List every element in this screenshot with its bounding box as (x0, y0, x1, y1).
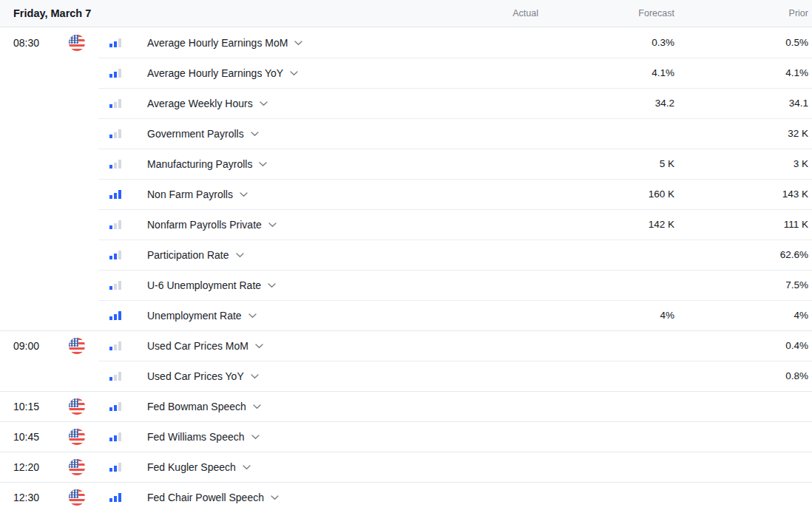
importance-bars-icon (109, 160, 121, 169)
importance-bars-icon (109, 372, 121, 381)
chevron-down-icon[interactable] (251, 435, 260, 440)
chevron-down-icon[interactable] (251, 374, 259, 379)
event-row[interactable]: Government Payrolls 32 K (0, 118, 812, 149)
us-flag-icon (69, 35, 85, 51)
event-row[interactable]: 12:20 Fed Kugler Speech (0, 452, 812, 482)
event-row[interactable]: 10:45 Fed Williams Speech (0, 421, 812, 452)
event-row[interactable]: Average Weekly Hours 34.2 34.1 (0, 88, 812, 118)
forecast-value: 160 K (538, 188, 674, 200)
prior-value: 111 K (674, 219, 812, 230)
event-name: Fed Bowman Speech (147, 401, 246, 412)
event-time: 09:00 (0, 340, 61, 352)
event-time: 10:15 (0, 401, 61, 412)
economic-calendar: Friday, March 7 Actual Forecast Prior 08… (0, 0, 812, 513)
chevron-down-icon[interactable] (260, 101, 268, 106)
prior-value: 0.5% (674, 37, 812, 48)
importance-bars-icon (109, 311, 121, 320)
prior-value: 34.1 (674, 98, 812, 109)
importance-bars-icon (109, 251, 121, 259)
event-row[interactable]: Unemployment Rate 4% 4% (0, 300, 812, 330)
importance-bars-icon (109, 432, 121, 441)
event-row[interactable]: U-6 Unemployment Rate 7.5% (0, 270, 812, 300)
forecast-value: 5 K (538, 158, 674, 169)
event-name: Average Hourly Earnings MoM (147, 37, 288, 49)
event-name: Manufacturing Payrolls (147, 158, 252, 170)
event-time: 10:45 (0, 431, 61, 443)
importance-bars-icon (109, 463, 121, 472)
prior-value: 4% (674, 310, 812, 321)
us-flag-icon (69, 429, 85, 445)
forecast-value: 4% (538, 310, 674, 321)
event-row[interactable]: Non Farm Payrolls 160 K 143 K (0, 179, 812, 209)
prior-value: 3 K (674, 158, 812, 169)
importance-bars-icon (109, 38, 121, 47)
column-header-forecast: Forecast (538, 8, 674, 18)
calendar-day-header: Friday, March 7 Actual Forecast Prior (0, 0, 812, 27)
chevron-down-icon[interactable] (248, 313, 257, 319)
chevron-down-icon[interactable] (271, 495, 279, 500)
chevron-down-icon[interactable] (255, 344, 263, 349)
date-label: Friday, March 7 (13, 7, 91, 19)
importance-bars-icon (109, 281, 121, 290)
event-name: Participation Rate (147, 249, 229, 261)
event-row[interactable]: 09:00 Used Car Prices MoM 0.4% (0, 330, 812, 361)
importance-bars-icon (109, 129, 121, 138)
chevron-down-icon[interactable] (259, 162, 267, 167)
forecast-value: 34.2 (538, 98, 674, 109)
prior-value: 0.4% (674, 340, 812, 351)
event-name: Non Farm Payrolls (147, 188, 233, 200)
chevron-down-icon[interactable] (268, 283, 276, 288)
chevron-down-icon[interactable] (290, 71, 298, 76)
prior-value: 32 K (674, 128, 812, 139)
importance-bars-icon (109, 493, 121, 502)
importance-bars-icon (109, 69, 121, 78)
event-name: Used Car Prices MoM (147, 340, 248, 352)
chevron-down-icon[interactable] (240, 192, 248, 197)
event-name: Unemployment Rate (147, 310, 242, 322)
event-name: Average Hourly Earnings YoY (147, 67, 283, 79)
event-row[interactable]: 08:30 Average Hourly Earnings MoM 0.3% 0… (0, 27, 812, 58)
event-name: Fed Kugler Speech (147, 461, 236, 473)
event-time: 12:30 (0, 492, 61, 503)
us-flag-icon (69, 489, 85, 506)
chevron-down-icon[interactable] (268, 222, 277, 228)
event-name: Fed Williams Speech (147, 431, 245, 443)
column-header-prior: Prior (674, 8, 812, 18)
column-header-actual: Actual (464, 8, 538, 18)
importance-bars-icon (109, 402, 121, 411)
event-name: U-6 Unemployment Rate (147, 279, 261, 291)
event-name: Average Weekly Hours (147, 98, 253, 109)
importance-bars-icon (109, 99, 121, 108)
importance-bars-icon (109, 342, 121, 350)
event-time: 08:30 (0, 37, 61, 49)
us-flag-icon (69, 338, 85, 354)
importance-bars-icon (109, 220, 121, 229)
event-row[interactable]: 10:15 Fed Bowman Speech (0, 391, 812, 421)
chevron-down-icon[interactable] (243, 465, 251, 470)
prior-value: 143 K (674, 188, 812, 200)
event-name: Fed Chair Powell Speech (147, 492, 264, 503)
forecast-value: 142 K (538, 219, 674, 230)
us-flag-icon (69, 459, 85, 475)
chevron-down-icon[interactable] (251, 132, 259, 137)
forecast-value: 0.3% (538, 37, 674, 48)
prior-value: 4.1% (674, 67, 812, 78)
event-name: Government Payrolls (147, 128, 244, 140)
prior-value: 7.5% (674, 279, 812, 291)
event-row[interactable]: Used Car Prices YoY 0.8% (0, 361, 812, 391)
event-row[interactable]: 12:30 Fed Chair Powell Speech (0, 482, 812, 512)
event-name: Nonfarm Payrolls Private (147, 219, 262, 231)
event-row[interactable]: Average Hourly Earnings YoY 4.1% 4.1% (0, 58, 812, 88)
event-row[interactable]: Participation Rate 62.6% (0, 239, 812, 270)
chevron-down-icon[interactable] (253, 404, 261, 410)
chevron-down-icon[interactable] (294, 41, 302, 46)
event-row[interactable]: Manufacturing Payrolls 5 K 3 K (0, 149, 812, 179)
event-name: Used Car Prices YoY (147, 370, 244, 382)
us-flag-icon (69, 398, 85, 415)
chevron-down-icon[interactable] (236, 253, 244, 258)
event-time: 12:20 (0, 461, 61, 473)
prior-value: 62.6% (674, 249, 812, 260)
event-row[interactable]: Nonfarm Payrolls Private 142 K 111 K (0, 209, 812, 239)
importance-bars-icon (109, 190, 121, 199)
forecast-value: 4.1% (538, 67, 674, 78)
